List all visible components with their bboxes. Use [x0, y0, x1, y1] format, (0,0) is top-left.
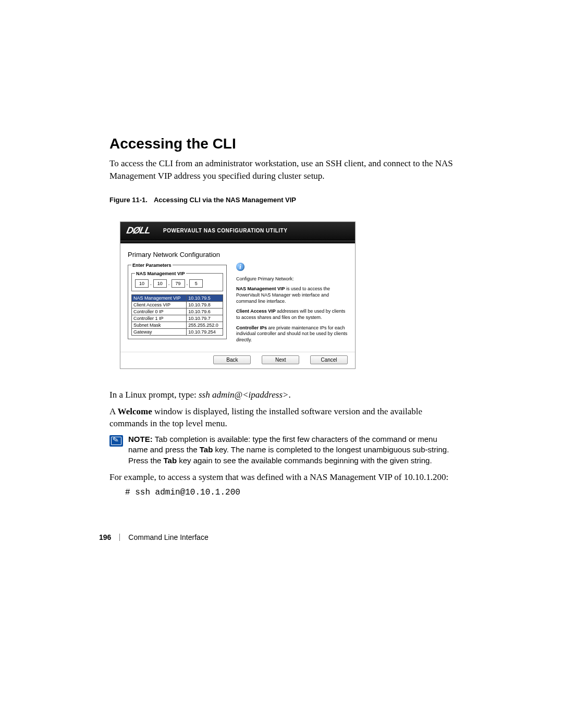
row-label: Controller 1 IP [132, 315, 187, 322]
cancel-button[interactable]: Cancel [310, 355, 348, 364]
back-button[interactable]: Back [213, 355, 251, 364]
example-command: # ssh admin@10.10.1.200 [125, 488, 454, 497]
footer-separator [119, 534, 120, 541]
left-column: Enter Parameters NAS Management VIP 10 .… [128, 263, 227, 348]
row-value: 10.10.79.7 [187, 315, 223, 322]
note-text: NOTE: Tab completion is available: type … [128, 434, 454, 466]
network-table: NAS Management VIP 10.10.79.5 Client Acc… [131, 294, 223, 336]
panel-title: Primary Network Configuration [128, 251, 348, 258]
section-heading: Accessing the CLI [109, 135, 454, 152]
example-intro: For example, to access a system that was… [109, 471, 454, 484]
row-value: 10.10.79.254 [187, 328, 223, 335]
window-footer: Back Next Cancel [120, 352, 355, 368]
info-text: Configure Primary Network: [236, 276, 348, 282]
window-title: POWERVAULT NAS CONFIGURATION UTILITY [163, 228, 287, 233]
note-block: NOTE: Tab completion is available: type … [109, 434, 454, 466]
panel-columns: Enter Parameters NAS Management VIP 10 .… [128, 263, 348, 348]
table-row[interactable]: Controller 1 IP 10.10.79.7 [132, 315, 223, 322]
page-number: 196 [99, 533, 111, 541]
page-footer: 196 Command Line Interface [99, 533, 209, 541]
row-value: 255.255.252.0 [187, 322, 223, 328]
ip-input-row: 10 . 10 . 79 . 5 [135, 279, 219, 288]
ip-dot: . [186, 280, 189, 286]
ip-octet-1[interactable]: 10 [135, 279, 149, 288]
row-value: 10.10.79.6 [187, 308, 223, 315]
table-row[interactable]: Subnet Mask 255.255.252.0 [132, 322, 223, 328]
figure-title: Accessing CLI via the NAS Management VIP [154, 196, 296, 204]
info-text: Client Access VIP addresses will be used… [236, 309, 348, 320]
document-page: Accessing the CLI To access the CLI from… [0, 0, 563, 728]
next-button[interactable]: Next [262, 355, 299, 364]
table-row[interactable]: Gateway 10.10.79.254 [132, 328, 223, 335]
nas-management-vip-legend: NAS Management VIP [135, 271, 186, 276]
ssh-command-italic: ssh admin@<ipaddress> [199, 390, 289, 400]
ip-octet-2[interactable]: 10 [153, 279, 167, 288]
row-label: Subnet Mask [132, 322, 187, 328]
titlebar-divider [120, 240, 355, 243]
window-titlebar: DØLL POWERVAULT NAS CONFIGURATION UTILIT… [120, 222, 355, 240]
row-value: 10.10.79.8 [187, 301, 223, 308]
nas-management-vip-fieldset: NAS Management VIP 10 . 10 . 79 . 5 [131, 271, 223, 291]
enter-parameters-fieldset: Enter Parameters NAS Management VIP 10 .… [128, 263, 227, 339]
dell-logo: DØLL [127, 225, 163, 236]
table-row[interactable]: Client Access VIP 10.10.79.8 [132, 301, 223, 308]
figure-caption: Figure 11-1.Accessing CLI via the NAS Ma… [109, 196, 454, 204]
row-label: Gateway [132, 328, 187, 335]
enter-parameters-legend: Enter Parameters [131, 263, 173, 268]
right-column: i Configure Primary Network: NAS Managem… [236, 263, 348, 348]
ip-dot: . [150, 280, 152, 286]
info-icon: i [236, 263, 244, 271]
ip-dot: . [168, 280, 170, 286]
screenshot-window: DØLL POWERVAULT NAS CONFIGURATION UTILIT… [120, 221, 356, 369]
footer-section: Command Line Interface [128, 533, 208, 541]
row-label: NAS Management VIP [132, 294, 187, 301]
welcome-paragraph: A Welcome window is displayed, listing t… [109, 405, 454, 430]
row-label: Client Access VIP [132, 301, 187, 308]
ip-octet-4[interactable]: 5 [189, 279, 203, 288]
post-figure-text: In a Linux prompt, type: ssh admin@<ipad… [109, 389, 454, 497]
figure-number: Figure 11-1. [109, 196, 148, 204]
ip-octet-3[interactable]: 79 [172, 279, 185, 288]
linux-prompt-paragraph: In a Linux prompt, type: ssh admin@<ipad… [109, 389, 454, 401]
window-body: Primary Network Configuration Enter Para… [120, 243, 355, 352]
table-row[interactable]: Controller 0 IP 10.10.79.6 [132, 308, 223, 315]
info-text: NAS Management VIP is used to access the… [236, 286, 348, 304]
info-text: Controller IPs are private maintenance I… [236, 325, 348, 343]
row-value: 10.10.79.5 [187, 294, 223, 301]
row-label: Controller 0 IP [132, 308, 187, 315]
intro-paragraph: To access the CLI from an administrator … [109, 157, 454, 182]
table-row[interactable]: NAS Management VIP 10.10.79.5 [132, 294, 223, 301]
note-icon [109, 435, 123, 447]
